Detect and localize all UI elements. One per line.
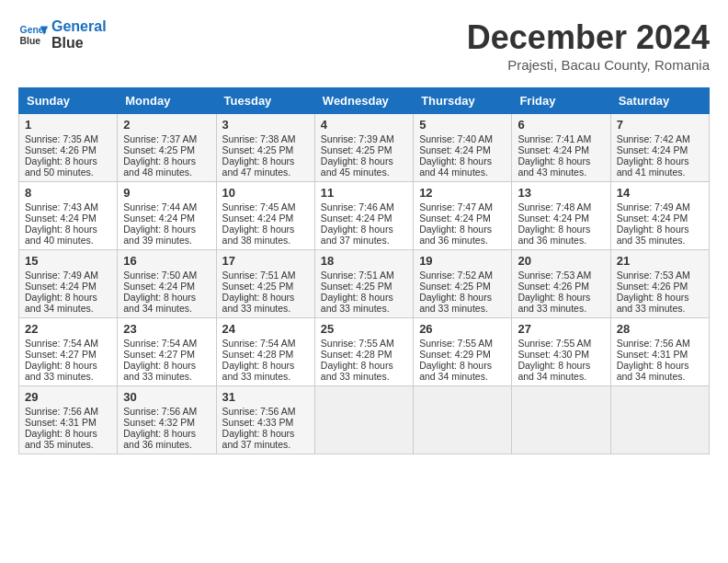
calendar-row-3: 15Sunrise: 7:49 AMSunset: 4:24 PMDayligh… xyxy=(19,250,710,318)
day-number: 19 xyxy=(419,254,506,268)
page-header: General Blue General Blue December 2024 … xyxy=(18,18,710,73)
sunset: Sunset: 4:24 PM xyxy=(123,213,195,224)
daylight: Daylight: 8 hours and 47 minutes. xyxy=(222,155,295,178)
sunrise: Sunrise: 7:54 AM xyxy=(222,338,296,349)
day-number: 21 xyxy=(617,254,703,268)
header-row: Sunday Monday Tuesday Wednesday Thursday… xyxy=(19,88,710,114)
day-number: 12 xyxy=(419,186,506,200)
day-number: 10 xyxy=(222,186,309,200)
day-number: 3 xyxy=(222,118,309,132)
daylight: Daylight: 8 hours and 34 minutes. xyxy=(518,360,590,382)
daylight: Daylight: 8 hours and 33 minutes. xyxy=(617,292,689,314)
calendar-cell: 18Sunrise: 7:51 AMSunset: 4:25 PMDayligh… xyxy=(314,250,413,318)
daylight: Daylight: 8 hours and 36 minutes. xyxy=(419,224,492,246)
day-number: 29 xyxy=(25,390,111,404)
sunset: Sunset: 4:25 PM xyxy=(321,144,392,155)
daylight: Daylight: 8 hours and 48 minutes. xyxy=(123,155,196,178)
sunrise: Sunrise: 7:45 AM xyxy=(222,201,296,213)
daylight: Daylight: 8 hours and 33 minutes. xyxy=(222,292,295,314)
day-number: 5 xyxy=(419,118,506,132)
day-number: 27 xyxy=(518,322,604,336)
sunrise: Sunrise: 7:53 AM xyxy=(617,270,690,281)
sunset: Sunset: 4:26 PM xyxy=(617,281,688,292)
daylight: Daylight: 8 hours and 33 minutes. xyxy=(321,360,393,382)
sunset: Sunset: 4:25 PM xyxy=(222,281,294,292)
sunset: Sunset: 4:25 PM xyxy=(321,281,392,292)
sunrise: Sunrise: 7:38 AM xyxy=(222,133,296,144)
logo: General Blue General Blue xyxy=(18,18,107,51)
day-number: 1 xyxy=(25,118,111,132)
day-number: 24 xyxy=(222,322,309,336)
sunrise: Sunrise: 7:55 AM xyxy=(321,338,394,349)
sunrise: Sunrise: 7:41 AM xyxy=(518,133,591,144)
sunset: Sunset: 4:24 PM xyxy=(222,213,294,224)
col-wednesday: Wednesday xyxy=(314,88,413,114)
logo-text: General xyxy=(51,18,107,35)
title-block: December 2024 Prajesti, Bacau County, Ro… xyxy=(467,18,710,73)
calendar-table: Sunday Monday Tuesday Wednesday Thursday… xyxy=(18,87,710,454)
sunrise: Sunrise: 7:49 AM xyxy=(617,201,690,213)
sunset: Sunset: 4:27 PM xyxy=(25,349,97,360)
daylight: Daylight: 8 hours and 33 minutes. xyxy=(518,292,590,314)
sunrise: Sunrise: 7:40 AM xyxy=(419,133,493,144)
calendar-cell: 8Sunrise: 7:43 AMSunset: 4:24 PMDaylight… xyxy=(19,182,118,250)
sunrise: Sunrise: 7:37 AM xyxy=(123,133,197,144)
day-number: 4 xyxy=(321,118,407,132)
sunset: Sunset: 4:24 PM xyxy=(321,213,392,224)
calendar-cell: 27Sunrise: 7:55 AMSunset: 4:30 PMDayligh… xyxy=(512,318,610,386)
sunrise: Sunrise: 7:39 AM xyxy=(321,133,394,144)
day-number: 18 xyxy=(321,254,407,268)
sunrise: Sunrise: 7:49 AM xyxy=(25,270,98,281)
sunrise: Sunrise: 7:56 AM xyxy=(123,406,197,417)
calendar-cell: 24Sunrise: 7:54 AMSunset: 4:28 PMDayligh… xyxy=(216,318,314,386)
daylight: Daylight: 8 hours and 36 minutes. xyxy=(123,428,196,450)
calendar-cell: 22Sunrise: 7:54 AMSunset: 4:27 PMDayligh… xyxy=(19,318,118,386)
day-number: 13 xyxy=(518,186,604,200)
sunrise: Sunrise: 7:35 AM xyxy=(25,133,98,144)
day-number: 15 xyxy=(25,254,111,268)
daylight: Daylight: 8 hours and 33 minutes. xyxy=(419,292,492,314)
sunset: Sunset: 4:24 PM xyxy=(617,144,688,155)
daylight: Daylight: 8 hours and 50 minutes. xyxy=(25,155,97,178)
calendar-cell: 4Sunrise: 7:39 AMSunset: 4:25 PMDaylight… xyxy=(314,114,413,182)
calendar-cell: 23Sunrise: 7:54 AMSunset: 4:27 PMDayligh… xyxy=(118,318,216,386)
calendar-cell: 17Sunrise: 7:51 AMSunset: 4:25 PMDayligh… xyxy=(216,250,314,318)
calendar-cell: 10Sunrise: 7:45 AMSunset: 4:24 PMDayligh… xyxy=(216,182,314,250)
calendar-cell: 31Sunrise: 7:56 AMSunset: 4:33 PMDayligh… xyxy=(216,386,314,454)
sunset: Sunset: 4:26 PM xyxy=(25,144,97,155)
sunset: Sunset: 4:25 PM xyxy=(222,144,294,155)
daylight: Daylight: 8 hours and 35 minutes. xyxy=(25,428,97,450)
sunset: Sunset: 4:25 PM xyxy=(123,144,195,155)
day-number: 11 xyxy=(321,186,407,200)
calendar-cell: 14Sunrise: 7:49 AMSunset: 4:24 PMDayligh… xyxy=(610,182,709,250)
sunrise: Sunrise: 7:55 AM xyxy=(419,338,493,349)
daylight: Daylight: 8 hours and 40 minutes. xyxy=(25,224,97,246)
daylight: Daylight: 8 hours and 34 minutes. xyxy=(123,292,196,314)
calendar-cell: 19Sunrise: 7:52 AMSunset: 4:25 PMDayligh… xyxy=(414,250,512,318)
sunset: Sunset: 4:32 PM xyxy=(123,417,195,428)
calendar-cell: 30Sunrise: 7:56 AMSunset: 4:32 PMDayligh… xyxy=(118,386,216,454)
calendar-cell: 3Sunrise: 7:38 AMSunset: 4:25 PMDaylight… xyxy=(216,114,314,182)
day-number: 25 xyxy=(321,322,407,336)
daylight: Daylight: 8 hours and 33 minutes. xyxy=(123,360,196,382)
calendar-cell: 25Sunrise: 7:55 AMSunset: 4:28 PMDayligh… xyxy=(314,318,413,386)
calendar-row-2: 8Sunrise: 7:43 AMSunset: 4:24 PMDaylight… xyxy=(19,182,710,250)
sunrise: Sunrise: 7:42 AM xyxy=(617,133,690,144)
daylight: Daylight: 8 hours and 41 minutes. xyxy=(617,155,689,178)
col-sunday: Sunday xyxy=(19,88,118,114)
sunrise: Sunrise: 7:44 AM xyxy=(123,201,197,213)
sunset: Sunset: 4:33 PM xyxy=(222,417,294,428)
day-number: 14 xyxy=(617,186,703,200)
calendar-cell: 11Sunrise: 7:46 AMSunset: 4:24 PMDayligh… xyxy=(314,182,413,250)
col-monday: Monday xyxy=(118,88,216,114)
daylight: Daylight: 8 hours and 37 minutes. xyxy=(321,224,393,246)
calendar-cell: 29Sunrise: 7:56 AMSunset: 4:31 PMDayligh… xyxy=(19,386,118,454)
calendar-cell xyxy=(512,386,610,454)
sunset: Sunset: 4:25 PM xyxy=(419,281,491,292)
sunset: Sunset: 4:31 PM xyxy=(25,417,97,428)
calendar-cell: 15Sunrise: 7:49 AMSunset: 4:24 PMDayligh… xyxy=(19,250,118,318)
sunset: Sunset: 4:24 PM xyxy=(25,281,97,292)
calendar-row-5: 29Sunrise: 7:56 AMSunset: 4:31 PMDayligh… xyxy=(19,386,710,454)
day-number: 23 xyxy=(123,322,210,336)
sunset: Sunset: 4:31 PM xyxy=(617,349,688,360)
